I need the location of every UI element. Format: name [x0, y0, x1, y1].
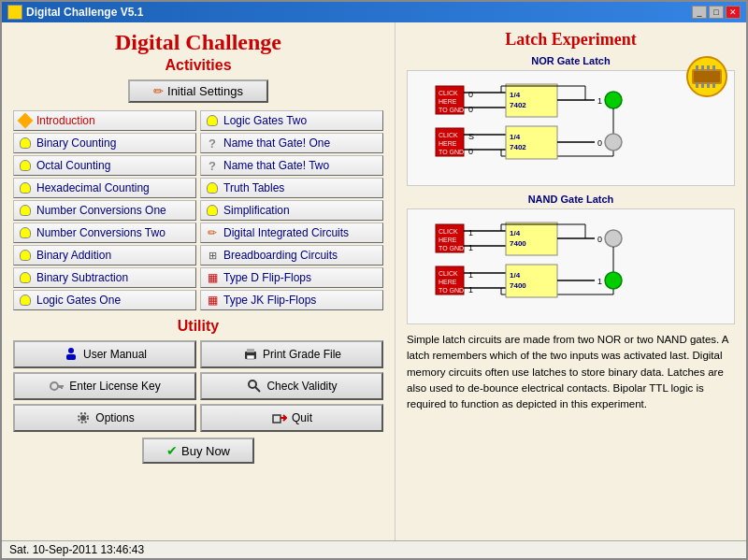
chip-icon — [686, 56, 727, 97]
activity-name-gate-two[interactable]: ? Name that Gate! Two — [200, 155, 383, 176]
left-panel: Digital Challenge Activities ✏ Initial S… — [2, 22, 395, 540]
bulb-icon — [205, 180, 220, 195]
check-icon: ✔ — [166, 443, 178, 458]
bulb-icon — [18, 180, 33, 195]
activity-octal-counting[interactable]: Octal Counting — [13, 155, 196, 176]
svg-text:1: 1 — [468, 270, 473, 280]
bulb-icon — [18, 293, 33, 308]
svg-rect-23 — [707, 82, 710, 88]
activities-title: Activities — [13, 57, 383, 74]
bulb-icon — [18, 203, 33, 218]
activity-label: Logic Gates One — [36, 294, 121, 307]
svg-rect-17 — [696, 65, 698, 71]
initial-settings-label: Initial Settings — [167, 84, 243, 98]
activity-logic-gates-one[interactable]: Logic Gates One — [13, 290, 196, 310]
svg-text:1: 1 — [597, 277, 602, 286]
maximize-button[interactable]: □ — [709, 6, 724, 19]
check-validity-button[interactable]: Check Validity — [200, 372, 383, 400]
nor-latch-subtitle: NOR Gate Latch — [407, 55, 735, 66]
svg-text:0: 0 — [468, 147, 473, 156]
minimize-button[interactable]: _ — [692, 6, 707, 19]
print-grade-button[interactable]: Print Grade File — [200, 340, 383, 368]
activity-type-d[interactable]: ▦ Type D Flip-Flops — [200, 267, 383, 288]
svg-text:1: 1 — [468, 228, 473, 237]
datetime-display: Sat. 10-Sep-2011 13:46:43 — [9, 543, 144, 556]
svg-point-5 — [50, 382, 58, 390]
activity-binary-counting[interactable]: Binary Counting — [13, 133, 196, 153]
svg-point-55 — [605, 134, 622, 151]
activities-grid: Introduction Logic Gates Two Binary Coun… — [13, 110, 383, 310]
svg-text:TO GND: TO GND — [439, 149, 464, 155]
app-title: Digital Challenge — [13, 30, 383, 55]
activity-number-conversions-two[interactable]: Number Conversions Two — [13, 223, 196, 243]
title-bar-left: Digital Challenge V5.1 — [7, 5, 143, 20]
svg-text:1: 1 — [468, 243, 473, 252]
activity-type-jk[interactable]: ▦ Type JK Flip-Flops — [200, 290, 383, 310]
person-icon — [63, 346, 79, 363]
print-grade-label: Print Grade File — [263, 348, 341, 361]
bulb-icon — [18, 136, 33, 151]
svg-text:1/4: 1/4 — [510, 133, 521, 141]
close-button[interactable]: ✕ — [726, 6, 741, 19]
svg-point-38 — [605, 92, 622, 108]
svg-text:TO GND: TO GND — [439, 107, 464, 113]
svg-text:1: 1 — [597, 96, 602, 106]
initial-settings-button[interactable]: ✏ Initial Settings — [128, 79, 268, 103]
printer-icon — [242, 346, 259, 363]
bulb-icon — [18, 158, 33, 173]
activity-label: Binary Subtraction — [36, 271, 128, 284]
svg-text:1/4: 1/4 — [510, 229, 521, 237]
pencil-icon: ✏ — [205, 225, 220, 240]
svg-text:1: 1 — [468, 285, 473, 294]
svg-point-72 — [605, 230, 622, 247]
question-icon: ? — [205, 158, 220, 173]
svg-text:S: S — [468, 132, 474, 141]
options-label: Options — [95, 411, 134, 424]
latch-description: Simple latch circuits are made from two … — [407, 332, 735, 412]
activity-binary-subtraction[interactable]: Binary Subtraction — [13, 267, 196, 288]
activity-label: Type JK Flip-Flops — [223, 294, 316, 307]
svg-rect-18 — [701, 65, 704, 71]
activity-digital-ic[interactable]: ✏ Digital Integrated Circuits — [200, 223, 383, 243]
window-controls: _ □ ✕ — [692, 6, 741, 19]
svg-text:1/4: 1/4 — [510, 91, 521, 99]
svg-rect-4 — [247, 355, 254, 359]
options-button[interactable]: Options — [13, 404, 196, 432]
activity-logic-gates-two[interactable]: Logic Gates Two — [200, 110, 383, 131]
quit-button[interactable]: Quit — [200, 404, 383, 432]
svg-rect-19 — [707, 65, 710, 71]
svg-text:7400: 7400 — [510, 281, 526, 290]
user-manual-button[interactable]: User Manual — [13, 340, 196, 368]
activity-breadboarding[interactable]: ⊞ Breadboarding Circuits — [200, 245, 383, 266]
svg-rect-13 — [273, 415, 280, 423]
activity-simplification[interactable]: Simplification — [200, 200, 383, 221]
svg-text:1/4: 1/4 — [510, 271, 521, 280]
svg-point-89 — [605, 272, 622, 289]
activity-name-gate-one[interactable]: ? Name that Gate! One — [200, 133, 383, 153]
activity-label: Number Conversions Two — [36, 226, 165, 239]
svg-text:CLICK: CLICK — [439, 228, 458, 235]
bulb-icon — [205, 113, 220, 128]
buy-now-button[interactable]: ✔ Buy Now — [142, 438, 254, 464]
right-panel: Latch Experiment — [395, 22, 746, 540]
quit-label: Quit — [292, 411, 312, 424]
svg-rect-24 — [712, 82, 715, 88]
content-area: Digital Challenge Activities ✏ Initial S… — [2, 22, 746, 540]
svg-text:0: 0 — [597, 138, 602, 148]
activity-label: Binary Addition — [36, 249, 111, 262]
svg-rect-21 — [696, 82, 698, 88]
svg-rect-16 — [694, 71, 720, 82]
license-key-button[interactable]: Enter License Key — [13, 372, 196, 400]
latch-header: Latch Experiment — [407, 30, 735, 50]
bulb-icon — [205, 203, 220, 218]
svg-text:0: 0 — [597, 235, 602, 244]
quit-icon — [271, 409, 288, 426]
activity-label: Number Conversions One — [36, 204, 166, 217]
svg-text:CLICK: CLICK — [439, 132, 458, 138]
activity-introduction[interactable]: Introduction — [13, 110, 196, 131]
activity-number-conversions-one[interactable]: Number Conversions One — [13, 200, 196, 221]
activity-binary-addition[interactable]: Binary Addition — [13, 245, 196, 266]
activity-truth-tables[interactable]: Truth Tables — [200, 178, 383, 198]
check-validity-label: Check Validity — [266, 380, 337, 393]
activity-hexadecimal-counting[interactable]: Hexadecimal Counting — [13, 178, 196, 198]
